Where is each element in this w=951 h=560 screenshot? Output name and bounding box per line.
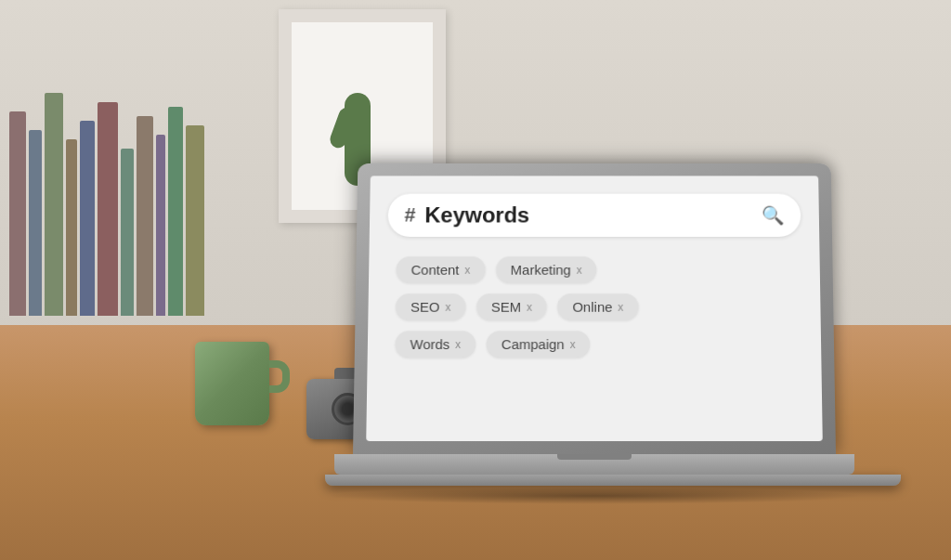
laptop-lid: # Keywords 🔍 Content x — [353, 163, 836, 454]
laptop: # Keywords 🔍 Content x — [325, 157, 864, 504]
mug-handle — [269, 360, 290, 393]
tag-words-label: Words — [410, 336, 449, 352]
tag-sem[interactable]: SEM x — [476, 293, 547, 319]
book-6 — [98, 102, 118, 316]
hash-icon: # — [404, 203, 415, 227]
tag-sem-label: SEM — [491, 299, 521, 315]
search-icon[interactable]: 🔍 — [762, 204, 785, 226]
tag-campaign-label: Campaign — [502, 336, 565, 352]
book-1 — [9, 111, 26, 316]
tag-seo-label: SEO — [410, 299, 440, 315]
tag-words[interactable]: Words x — [395, 331, 476, 358]
laptop-shadow — [325, 488, 864, 504]
tags-row-2: SEO x SEM x Online x — [396, 293, 793, 319]
books-decoration — [0, 19, 204, 316]
tag-words-remove[interactable]: x — [455, 338, 461, 351]
tag-marketing-remove[interactable]: x — [577, 264, 582, 277]
book-11 — [186, 125, 204, 316]
tags-area: Content x Marketing x SEO — [385, 251, 802, 362]
tags-row-3: Words x Campaign x — [395, 331, 793, 358]
mug-body — [195, 342, 269, 425]
book-7 — [121, 149, 134, 316]
tag-online-remove[interactable]: x — [618, 301, 623, 314]
tags-row-1: Content x Marketing x — [397, 256, 793, 282]
search-bar[interactable]: # Keywords 🔍 — [387, 194, 801, 237]
tag-seo-remove[interactable]: x — [445, 301, 450, 314]
laptop-screen-wrapper: # Keywords 🔍 Content x — [353, 163, 836, 454]
tag-content-label: Content — [410, 262, 459, 278]
tag-seo[interactable]: SEO x — [396, 293, 465, 319]
scene: # Keywords 🔍 Content x — [0, 0, 951, 560]
book-10 — [168, 107, 183, 316]
tag-marketing[interactable]: Marketing x — [496, 256, 597, 282]
laptop-base — [334, 454, 854, 475]
book-5 — [80, 121, 95, 316]
book-4 — [66, 139, 77, 316]
tag-campaign-remove[interactable]: x — [570, 338, 576, 351]
tag-sem-remove[interactable]: x — [527, 301, 532, 314]
tag-online-label: Online — [572, 299, 612, 315]
coffee-mug — [195, 342, 279, 439]
laptop-screen: # Keywords 🔍 Content x — [366, 176, 823, 441]
book-8 — [137, 116, 153, 316]
tag-content-remove[interactable]: x — [464, 264, 470, 277]
tag-campaign[interactable]: Campaign x — [487, 331, 591, 358]
book-9 — [156, 135, 165, 316]
tag-content[interactable]: Content x — [397, 256, 486, 282]
laptop-bottom — [325, 475, 901, 486]
book-2 — [29, 130, 42, 316]
search-input-display: Keywords — [424, 202, 752, 228]
book-3 — [45, 93, 63, 316]
tag-marketing-label: Marketing — [511, 262, 571, 278]
tag-online[interactable]: Online x — [558, 293, 639, 319]
